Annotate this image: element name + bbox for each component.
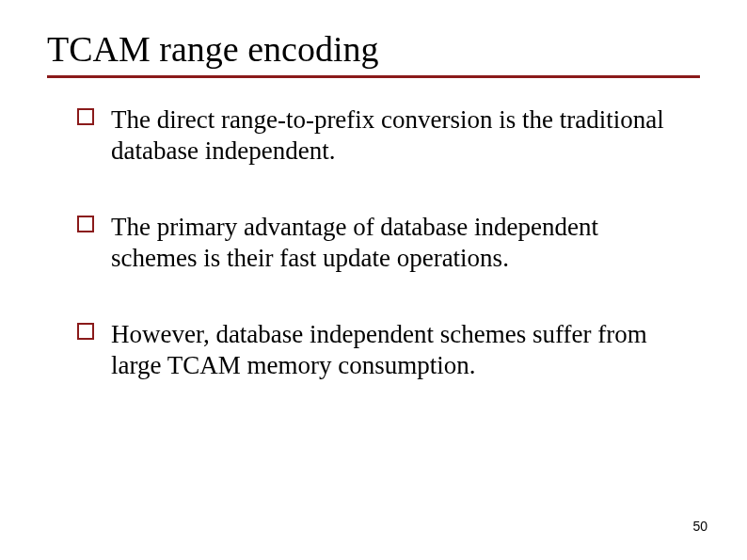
list-item: The direct range-to-prefix conversion is… — [77, 104, 691, 167]
bullet-text: The direct range-to-prefix conversion is… — [111, 105, 664, 165]
title-underline — [47, 75, 700, 78]
page-number: 50 — [692, 519, 707, 534]
bullet-text: However, database independent schemes su… — [111, 320, 647, 379]
square-bullet-icon — [77, 108, 94, 125]
list-item: However, database independent schemes su… — [77, 319, 691, 381]
slide-title: TCAM range encoding — [47, 28, 700, 70]
square-bullet-icon — [77, 216, 94, 232]
list-item: The primary advantage of database indepe… — [77, 212, 691, 274]
slide: TCAM range encoding The direct range-to-… — [0, 0, 747, 560]
square-bullet-icon — [77, 323, 94, 340]
bullet-text: The primary advantage of database indepe… — [111, 213, 598, 272]
bullet-list: The direct range-to-prefix conversion is… — [47, 104, 700, 381]
